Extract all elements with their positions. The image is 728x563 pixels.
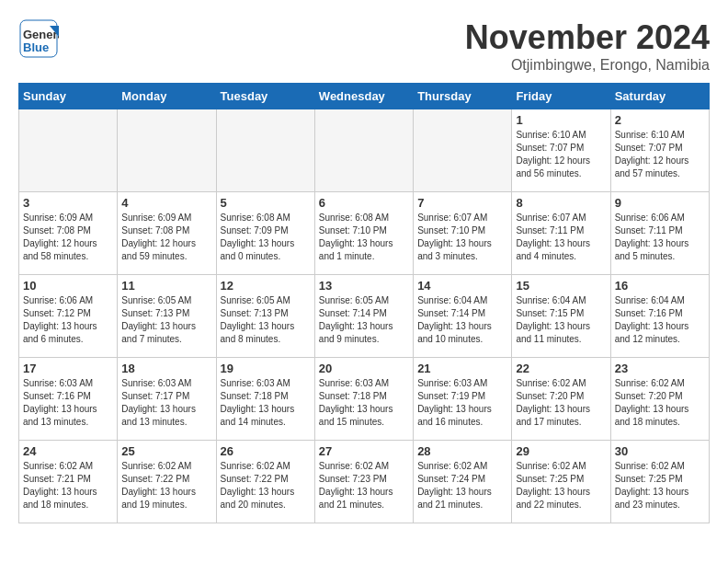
day-number: 28 — [417, 444, 507, 458]
cell-info: Sunrise: 6:10 AM Sunset: 7:07 PM Dayligh… — [516, 129, 606, 180]
cell-info: Sunrise: 6:05 AM Sunset: 7:14 PM Dayligh… — [319, 294, 409, 346]
calendar-table: SundayMondayTuesdayWednesdayThursdayFrid… — [18, 83, 710, 523]
calendar-body: 1Sunrise: 6:10 AM Sunset: 7:07 PM Daylig… — [19, 109, 710, 523]
cell-info: Sunrise: 6:07 AM Sunset: 7:10 PM Dayligh… — [417, 212, 507, 263]
day-number: 19 — [221, 362, 311, 375]
cell-info: Sunrise: 6:03 AM Sunset: 7:16 PM Dayligh… — [23, 377, 113, 429]
day-number: 6 — [319, 196, 409, 210]
day-number: 1 — [516, 113, 606, 127]
cell-info: Sunrise: 6:02 AM Sunset: 7:22 PM Dayligh… — [221, 460, 311, 511]
day-number: 10 — [23, 279, 113, 293]
day-number: 30 — [615, 444, 705, 458]
weekday-friday: Friday — [512, 84, 610, 109]
logo: General Blue — [18, 18, 59, 59]
cell-info: Sunrise: 6:04 AM Sunset: 7:16 PM Dayligh… — [615, 294, 705, 346]
cell-info: Sunrise: 6:10 AM Sunset: 7:07 PM Dayligh… — [615, 129, 705, 180]
cell-info: Sunrise: 6:04 AM Sunset: 7:14 PM Dayligh… — [417, 294, 507, 346]
cell-info: Sunrise: 6:05 AM Sunset: 7:13 PM Dayligh… — [121, 294, 211, 346]
calendar-cell: 25Sunrise: 6:02 AM Sunset: 7:22 PM Dayli… — [118, 441, 216, 523]
calendar-cell: 16Sunrise: 6:04 AM Sunset: 7:16 PM Dayli… — [610, 275, 709, 358]
cell-info: Sunrise: 6:03 AM Sunset: 7:17 PM Dayligh… — [121, 377, 211, 429]
day-number: 15 — [516, 279, 606, 293]
weekday-header-row: SundayMondayTuesdayWednesdayThursdayFrid… — [19, 84, 710, 109]
calendar-cell: 5Sunrise: 6:08 AM Sunset: 7:09 PM Daylig… — [216, 192, 314, 275]
cell-info: Sunrise: 6:02 AM Sunset: 7:22 PM Dayligh… — [121, 460, 211, 511]
cell-info: Sunrise: 6:02 AM Sunset: 7:25 PM Dayligh… — [516, 460, 606, 511]
location-title: Otjimbingwe, Erongo, Namibia — [465, 57, 710, 74]
calendar-cell: 22Sunrise: 6:02 AM Sunset: 7:20 PM Dayli… — [512, 358, 610, 441]
day-number: 14 — [417, 279, 507, 293]
cell-info: Sunrise: 6:08 AM Sunset: 7:10 PM Dayligh… — [319, 212, 409, 263]
day-number: 24 — [23, 444, 113, 458]
calendar-cell: 20Sunrise: 6:03 AM Sunset: 7:18 PM Dayli… — [314, 358, 413, 441]
calendar-cell: 23Sunrise: 6:02 AM Sunset: 7:20 PM Dayli… — [610, 358, 709, 441]
page-header: General Blue November 2024 Otjimbingwe, … — [18, 18, 710, 74]
calendar-cell: 11Sunrise: 6:05 AM Sunset: 7:13 PM Dayli… — [118, 275, 216, 358]
weekday-saturday: Saturday — [610, 84, 709, 109]
calendar-cell: 7Sunrise: 6:07 AM Sunset: 7:10 PM Daylig… — [414, 192, 512, 275]
day-number: 22 — [516, 362, 606, 375]
calendar-cell: 1Sunrise: 6:10 AM Sunset: 7:07 PM Daylig… — [512, 109, 610, 192]
calendar-cell: 24Sunrise: 6:02 AM Sunset: 7:21 PM Dayli… — [19, 441, 118, 523]
calendar-cell: 2Sunrise: 6:10 AM Sunset: 7:07 PM Daylig… — [610, 109, 709, 192]
calendar-cell: 3Sunrise: 6:09 AM Sunset: 7:08 PM Daylig… — [19, 192, 118, 275]
month-title: November 2024 — [465, 18, 710, 57]
weekday-thursday: Thursday — [414, 84, 512, 109]
day-number: 27 — [319, 444, 409, 458]
day-number: 23 — [615, 362, 705, 375]
calendar-cell: 26Sunrise: 6:02 AM Sunset: 7:22 PM Dayli… — [216, 441, 314, 523]
calendar-cell — [414, 109, 512, 192]
cell-info: Sunrise: 6:04 AM Sunset: 7:15 PM Dayligh… — [516, 294, 606, 346]
calendar-cell: 17Sunrise: 6:03 AM Sunset: 7:16 PM Dayli… — [19, 358, 118, 441]
calendar-cell: 27Sunrise: 6:02 AM Sunset: 7:23 PM Dayli… — [314, 441, 413, 523]
day-number: 18 — [121, 362, 211, 375]
calendar-cell: 13Sunrise: 6:05 AM Sunset: 7:14 PM Dayli… — [314, 275, 413, 358]
week-row-4: 17Sunrise: 6:03 AM Sunset: 7:16 PM Dayli… — [19, 358, 710, 441]
day-number: 9 — [615, 196, 705, 210]
cell-info: Sunrise: 6:03 AM Sunset: 7:18 PM Dayligh… — [319, 377, 409, 429]
svg-text:Blue: Blue — [23, 40, 49, 54]
cell-info: Sunrise: 6:02 AM Sunset: 7:25 PM Dayligh… — [615, 460, 705, 511]
calendar-cell: 14Sunrise: 6:04 AM Sunset: 7:14 PM Dayli… — [414, 275, 512, 358]
calendar-cell: 10Sunrise: 6:06 AM Sunset: 7:12 PM Dayli… — [19, 275, 118, 358]
day-number: 17 — [23, 362, 113, 375]
day-number: 7 — [417, 196, 507, 210]
day-number: 13 — [319, 279, 409, 293]
calendar-cell: 30Sunrise: 6:02 AM Sunset: 7:25 PM Dayli… — [610, 441, 709, 523]
day-number: 3 — [23, 196, 113, 210]
calendar-cell: 18Sunrise: 6:03 AM Sunset: 7:17 PM Dayli… — [118, 358, 216, 441]
weekday-tuesday: Tuesday — [216, 84, 314, 109]
calendar-cell: 28Sunrise: 6:02 AM Sunset: 7:24 PM Dayli… — [414, 441, 512, 523]
week-row-1: 1Sunrise: 6:10 AM Sunset: 7:07 PM Daylig… — [19, 109, 710, 192]
day-number: 8 — [516, 196, 606, 210]
logo-icon: General Blue — [18, 18, 59, 59]
day-number: 20 — [319, 362, 409, 375]
calendar-cell: 12Sunrise: 6:05 AM Sunset: 7:13 PM Dayli… — [216, 275, 314, 358]
cell-info: Sunrise: 6:02 AM Sunset: 7:21 PM Dayligh… — [23, 460, 113, 511]
cell-info: Sunrise: 6:02 AM Sunset: 7:24 PM Dayligh… — [417, 460, 507, 511]
cell-info: Sunrise: 6:03 AM Sunset: 7:19 PM Dayligh… — [417, 377, 507, 429]
cell-info: Sunrise: 6:02 AM Sunset: 7:20 PM Dayligh… — [615, 377, 705, 429]
cell-info: Sunrise: 6:06 AM Sunset: 7:11 PM Dayligh… — [615, 212, 705, 263]
title-area: November 2024 Otjimbingwe, Erongo, Namib… — [465, 18, 710, 74]
day-number: 2 — [615, 113, 705, 127]
weekday-wednesday: Wednesday — [314, 84, 413, 109]
day-number: 5 — [221, 196, 311, 210]
week-row-2: 3Sunrise: 6:09 AM Sunset: 7:08 PM Daylig… — [19, 192, 710, 275]
day-number: 21 — [417, 362, 507, 375]
calendar-cell: 4Sunrise: 6:09 AM Sunset: 7:08 PM Daylig… — [118, 192, 216, 275]
day-number: 26 — [221, 444, 311, 458]
calendar-cell: 6Sunrise: 6:08 AM Sunset: 7:10 PM Daylig… — [314, 192, 413, 275]
day-number: 12 — [221, 279, 311, 293]
cell-info: Sunrise: 6:07 AM Sunset: 7:11 PM Dayligh… — [516, 212, 606, 263]
calendar-cell: 29Sunrise: 6:02 AM Sunset: 7:25 PM Dayli… — [512, 441, 610, 523]
day-number: 29 — [516, 444, 606, 458]
cell-info: Sunrise: 6:02 AM Sunset: 7:20 PM Dayligh… — [516, 377, 606, 429]
cell-info: Sunrise: 6:06 AM Sunset: 7:12 PM Dayligh… — [23, 294, 113, 346]
day-number: 11 — [121, 279, 211, 293]
weekday-monday: Monday — [118, 84, 216, 109]
week-row-5: 24Sunrise: 6:02 AM Sunset: 7:21 PM Dayli… — [19, 441, 710, 523]
calendar-cell: 8Sunrise: 6:07 AM Sunset: 7:11 PM Daylig… — [512, 192, 610, 275]
weekday-sunday: Sunday — [19, 84, 118, 109]
calendar-cell: 15Sunrise: 6:04 AM Sunset: 7:15 PM Dayli… — [512, 275, 610, 358]
